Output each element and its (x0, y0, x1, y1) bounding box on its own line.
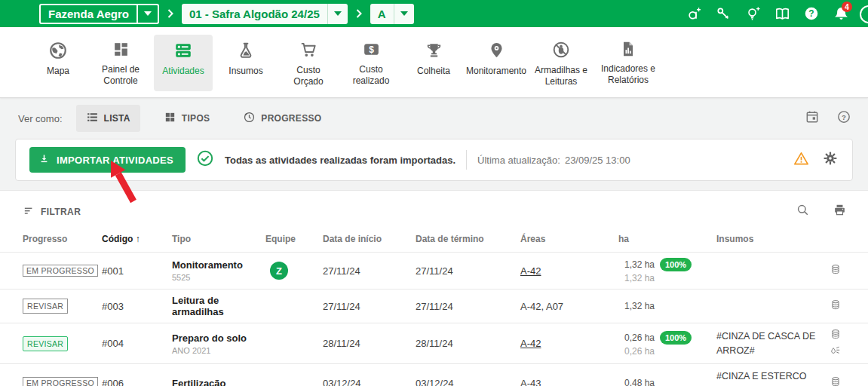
table-row[interactable]: REVISAR #003 Leitura de armadilhas 27/11… (0, 289, 868, 323)
col-header-data-termino[interactable]: Data de término (416, 234, 520, 244)
nav-item-colheita[interactable]: Colheita (404, 35, 463, 91)
top-bar: Fazenda Aegro 01 - Safra Algodão 24/25 A… (0, 0, 868, 27)
nav-item-indicadores-e-relatorios[interactable]: Indicadores e Relatórios (597, 35, 660, 91)
nav-item-custo-orcado[interactable]: Custo Orçado (279, 35, 338, 91)
tab-label: PROGRESSO (261, 113, 321, 124)
main-nav: Mapa Painel de Controle Atividades Insum… (0, 27, 868, 98)
col-header-tipo[interactable]: Tipo (172, 234, 265, 244)
warning-icon[interactable] (793, 150, 810, 170)
col-header-equipe[interactable]: Equipe (265, 234, 323, 244)
key-icon[interactable] (714, 5, 732, 23)
calendar-icon[interactable] (805, 109, 820, 127)
row-type: Fertilização (172, 378, 265, 386)
table-row[interactable]: EM PROGRESSO #001 Monitoramento5525 Z 27… (0, 252, 868, 289)
chevron-down-icon[interactable] (327, 4, 348, 24)
inputs-stack-icon[interactable] (830, 299, 841, 313)
flask-icon (236, 40, 256, 60)
lightbulb-plus-icon[interactable] (744, 5, 762, 23)
nav-label: Monitoramento (466, 66, 526, 77)
col-header-areas[interactable]: Áreas (520, 234, 596, 244)
inputs-stack-icon[interactable] (830, 264, 841, 277)
field-selector[interactable]: A (370, 4, 414, 24)
row-type-sub: 5525 (172, 273, 265, 282)
activities-table-card: FILTRAR Progresso Código ↑ Tipo Equipe D… (0, 190, 868, 386)
nav-item-monitoramento[interactable]: Monitoramento (467, 35, 526, 91)
col-header-insumos[interactable]: Insumos (694, 234, 818, 244)
svg-text:?: ? (842, 113, 846, 121)
print-icon[interactable] (833, 203, 847, 220)
nav-item-painel-de-controle[interactable]: Painel de Controle (91, 35, 150, 91)
field-selector-value: A (370, 4, 394, 24)
check-circle-icon (196, 149, 214, 170)
chevron-down-icon[interactable] (394, 4, 414, 24)
farm-selector[interactable]: Fazenda Aegro (39, 4, 159, 24)
trophy-icon (425, 40, 443, 60)
aegro-plus-icon[interactable] (685, 5, 703, 23)
help-icon[interactable]: ? (802, 5, 820, 23)
nav-item-mapa[interactable]: Mapa (29, 35, 87, 91)
nav-label: Indicadores e Relatórios (599, 63, 658, 86)
row-start-date: 27/11/24 (323, 265, 416, 277)
row-areas: A-42, A07 (520, 301, 596, 312)
gear-icon[interactable] (822, 150, 839, 170)
tab-lista[interactable]: LISTA (76, 105, 140, 132)
row-ha-sub: 1,32 ha (596, 273, 655, 283)
col-header-codigo[interactable]: Código ↑ (102, 234, 172, 244)
help-outline-icon[interactable]: ? (836, 109, 851, 127)
nav-item-atividades[interactable]: Atividades (154, 35, 213, 91)
nav-item-custo-realizado[interactable]: $ Custo realizado (342, 35, 400, 91)
col-header-ha[interactable]: ha (596, 234, 694, 244)
progress-badge: 100% (660, 331, 692, 345)
row-areas-link[interactable]: A-42 (520, 265, 596, 277)
team-avatar[interactable]: Z (270, 262, 288, 280)
import-status-message: Todas as atividades realizadas foram imp… (225, 155, 455, 166)
row-inputs: #CINZA E ESTERCO BOVINO# (694, 369, 818, 386)
tab-progresso[interactable]: PROGRESSO (233, 105, 331, 132)
row-code: #006 (102, 378, 172, 386)
row-areas-link[interactable]: A-42 (520, 338, 596, 349)
table-header-row: Progresso Código ↑ Tipo Equipe Data de i… (0, 223, 868, 252)
import-activities-button[interactable]: IMPORTAR ATIVIDADES (29, 147, 186, 173)
tab-label: LISTA (104, 113, 130, 124)
row-ha: 1,32 ha (596, 301, 655, 311)
nav-label: Atividades (162, 66, 204, 77)
row-code: #001 (102, 265, 172, 277)
inputs-stack-icon[interactable] (830, 376, 841, 386)
list-icon (86, 111, 99, 126)
report-icon (619, 40, 637, 58)
row-end-date: 27/11/24 (416, 301, 520, 312)
row-start-date: 03/12/24 (323, 378, 416, 386)
book-icon[interactable] (773, 5, 791, 23)
row-start-date: 28/11/24 (323, 338, 416, 349)
nav-item-armadilhas-e-leituras[interactable]: Armadilhas e Leituras (529, 35, 593, 91)
nav-label: Colheita (417, 66, 450, 77)
nav-item-insumos[interactable]: Insumos (216, 35, 275, 91)
trap-icon (551, 40, 571, 60)
filter-button[interactable]: FILTRAR (23, 204, 81, 219)
search-icon[interactable] (796, 203, 810, 220)
table-row[interactable]: EM PROGRESSO #006 Fertilização 03/12/24 … (0, 363, 868, 386)
nav-label: Insumos (229, 66, 262, 77)
nav-label: Painel de Controle (94, 64, 148, 87)
globe-icon (48, 40, 68, 60)
view-as-label: Ver como: (18, 113, 63, 124)
col-header-data-inicio[interactable]: Data de início (323, 234, 416, 244)
col-header-progresso[interactable]: Progresso (23, 234, 102, 244)
nav-label: Custo realizado (344, 64, 398, 87)
view-as-bar: Ver como: LISTA TIPOS PROGRESSO ? (0, 98, 868, 137)
spray-icon[interactable] (830, 345, 841, 358)
dashboard-icon (112, 40, 130, 59)
progress-badge: 100% (660, 258, 692, 271)
chevron-down-icon[interactable] (136, 5, 158, 23)
season-selector[interactable]: 01 - Safra Algodão 24/25 (182, 4, 348, 24)
tab-tipos[interactable]: TIPOS (154, 105, 220, 132)
row-ha: 0,26 ha (596, 332, 655, 343)
bell-icon[interactable]: 4 (832, 5, 850, 23)
activities-icon (173, 40, 193, 60)
import-status-card: IMPORTAR ATIVIDADES Todas as atividades … (15, 139, 853, 181)
pin-icon (487, 40, 506, 60)
status-badge: EM PROGRESSO (23, 377, 98, 386)
table-row[interactable]: REVISAR #004 Preparo do soloANO 2021 28/… (0, 323, 868, 363)
avatar[interactable] (860, 5, 868, 23)
inputs-stack-icon[interactable] (830, 329, 841, 342)
